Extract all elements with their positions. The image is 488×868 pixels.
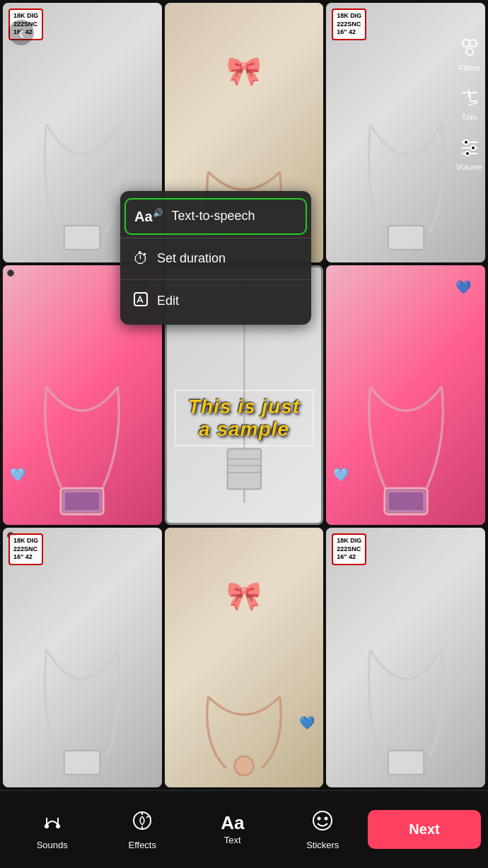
- svg-point-26: [235, 756, 254, 775]
- menu-divider-2: [120, 279, 311, 280]
- edit-label: Edit: [157, 294, 179, 308]
- price-tag-bl: 18K DIG 222SNC 16" 42: [8, 533, 43, 565]
- svg-rect-14: [64, 226, 100, 250]
- svg-rect-16: [388, 226, 424, 250]
- svg-point-13: [465, 151, 470, 156]
- edit-menu-item[interactable]: Edit: [120, 282, 311, 320]
- effects-button[interactable]: Effects: [98, 809, 188, 850]
- effects-icon: [131, 809, 153, 837]
- right-toolbar: Filters Trim: [456, 35, 482, 171]
- sticker-mr-1: 💙: [455, 279, 471, 295]
- stickers-button[interactable]: Stickers: [278, 809, 368, 850]
- text-icon: Aa: [221, 814, 244, 832]
- svg-rect-25: [64, 751, 100, 775]
- set-duration-menu-item[interactable]: ⏱ Set duration: [120, 240, 311, 278]
- price-tag-br: 18K DIG 222SNC 16" 42: [332, 533, 366, 565]
- back-button[interactable]: ‹: [8, 20, 34, 45]
- filters-label: Filters: [459, 64, 480, 72]
- trim-button[interactable]: Trim: [457, 85, 482, 122]
- text-button[interactable]: Aa Text: [187, 814, 278, 845]
- volume-label: Volume: [456, 163, 482, 171]
- next-button[interactable]: Next: [368, 810, 481, 849]
- play-indicator-ml: [7, 270, 14, 277]
- sticker-ml-2: 🩵: [10, 467, 25, 482]
- text-overlay[interactable]: This is just a sample: [175, 390, 314, 446]
- sticker-bc-1: 💙: [299, 715, 315, 731]
- svg-rect-27: [388, 751, 424, 775]
- svg-point-1: [470, 40, 477, 47]
- svg-rect-24: [388, 492, 424, 511]
- tts-label: Text-to-speech: [172, 209, 255, 224]
- volume-button[interactable]: Volume: [456, 134, 482, 171]
- back-icon: ‹: [18, 22, 25, 44]
- overlay-text: This is just a sample: [188, 395, 300, 440]
- context-menu: Aa🔊 Text-to-speech ⏱ Set duration Edit: [120, 191, 311, 325]
- effects-label: Effects: [128, 840, 156, 850]
- set-duration-icon: ⏱: [133, 250, 149, 268]
- ribbon-icon: 🎀: [226, 54, 262, 88]
- trim-label: Trim: [462, 113, 477, 122]
- edit-icon: [133, 291, 149, 311]
- sounds-label: Sounds: [37, 840, 68, 850]
- filters-icon: [457, 35, 482, 61]
- trim-icon: [457, 85, 482, 110]
- text-label: Text: [224, 835, 241, 845]
- clip-bot-center[interactable]: 🎀 💙: [165, 528, 324, 787]
- price-tag-tr: 18K DIG 222SNC 16" 42: [332, 8, 366, 40]
- svg-rect-19: [227, 449, 261, 490]
- svg-point-0: [463, 40, 470, 47]
- text-to-speech-menu-item[interactable]: Aa🔊 Text-to-speech: [124, 198, 307, 235]
- svg-point-12: [471, 146, 475, 150]
- sounds-icon: [41, 809, 64, 837]
- stickers-icon: [311, 809, 334, 837]
- clip-bot-right[interactable]: 18K DIG 222SNC 16" 42: [326, 528, 485, 787]
- bottom-toolbar: Sounds Effects Aa Text Stickers: [0, 790, 488, 868]
- svg-point-39: [325, 816, 328, 820]
- sounds-button[interactable]: Sounds: [7, 809, 98, 850]
- svg-point-38: [318, 816, 321, 820]
- svg-point-11: [464, 140, 468, 144]
- filters-button[interactable]: Filters: [457, 35, 482, 72]
- sticker-mr-2: 🩵: [333, 467, 349, 482]
- clip-bot-left[interactable]: 18K DIG 222SNC 16" 42: [3, 528, 162, 787]
- menu-divider-1: [120, 238, 311, 238]
- svg-point-37: [313, 811, 332, 830]
- clip-mid-right[interactable]: 💙 🩵: [326, 265, 485, 525]
- tts-icon: Aa🔊: [134, 208, 163, 225]
- svg-point-2: [466, 48, 473, 55]
- stickers-label: Stickers: [306, 840, 339, 850]
- video-grid: 18K DIG 222SNC 16" 42 🎀: [0, 0, 488, 790]
- set-duration-label: Set duration: [157, 251, 226, 266]
- svg-line-7: [469, 103, 477, 105]
- svg-rect-18: [64, 492, 100, 511]
- volume-icon: [457, 134, 482, 160]
- ribbon-bot-icon: 🎀: [226, 579, 262, 613]
